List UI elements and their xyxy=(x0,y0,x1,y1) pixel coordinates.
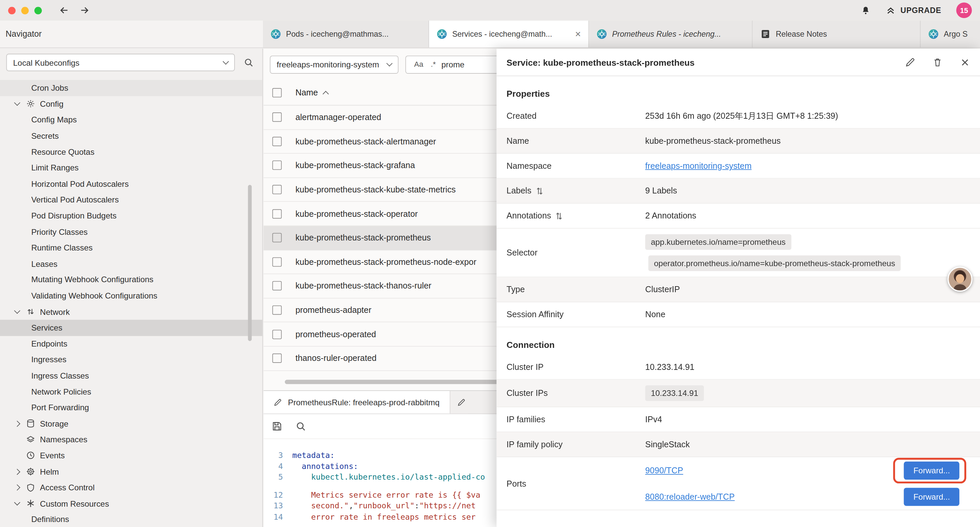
code-text: Metrics service error rate is {{ $va xyxy=(292,489,480,500)
dock-tab-label: PrometheusRule: freeleaps-prod-rabbitmq xyxy=(288,398,440,407)
sidebar-item-pod-disruption-budgets[interactable]: Pod Disruption Budgets xyxy=(0,208,262,224)
notification-count-badge[interactable]: 15 xyxy=(956,2,972,18)
sidebar-item-network-policies[interactable]: Network Policies xyxy=(0,384,262,400)
sort-toggle-icon[interactable] xyxy=(556,212,562,220)
sidebar-item-limit-ranges[interactable]: Limit Ranges xyxy=(0,160,262,176)
sidebar-item-validating-webhook-configurations[interactable]: Validating Webhook Configurations xyxy=(0,288,262,304)
notifications-bell-icon[interactable] xyxy=(861,5,870,15)
row-checkbox[interactable] xyxy=(272,209,282,218)
sidebar-item-horizontal-pod-autoscalers[interactable]: Horizontal Pod Autoscalers xyxy=(0,176,262,192)
tab-services-icecheng-math[interactable]: Services - icecheng@math...× xyxy=(429,21,589,48)
row-checkbox[interactable] xyxy=(272,161,282,170)
sidebar-item-label: Ingresses xyxy=(31,355,67,364)
sort-toggle-icon[interactable] xyxy=(536,186,543,195)
lens-app: UPGRADE 15 Navigator Pods - icecheng@mat… xyxy=(0,0,980,527)
detail-value: app.kubernetes.io/name=prometheusoperato… xyxy=(645,228,970,277)
row-checkbox[interactable] xyxy=(272,306,282,315)
sidebar-item-services[interactable]: Services xyxy=(0,320,262,336)
code-text: annotations: xyxy=(292,461,358,471)
sidebar-item-label: Resource Quotas xyxy=(31,147,94,156)
back-arrow-icon[interactable] xyxy=(59,5,69,16)
forward-arrow-icon[interactable] xyxy=(80,5,90,16)
chevron-down-icon xyxy=(15,103,26,105)
row-checkbox[interactable] xyxy=(272,353,282,363)
row-checkbox[interactable] xyxy=(272,257,282,266)
pencil-icon xyxy=(274,398,282,406)
sidebar-item-events[interactable]: Events xyxy=(0,447,262,463)
port-forward-button[interactable]: Forward... xyxy=(904,487,959,505)
sidebar-item-access-control[interactable]: Access Control xyxy=(0,480,262,496)
sidebar-item-endpoints[interactable]: Endpoints xyxy=(0,336,262,352)
sidebar-scrollbar[interactable] xyxy=(248,185,251,341)
row-checkbox[interactable] xyxy=(272,113,282,122)
sidebar-item-runtime-classes[interactable]: Runtime Classes xyxy=(0,240,262,256)
port-forward-button[interactable]: Forward... xyxy=(904,461,959,479)
tab-release-notes[interactable]: Release Notes xyxy=(752,21,921,48)
dock-tab-prometheusrule[interactable]: PrometheusRule: freeleaps-prod-rabbitmq xyxy=(264,391,450,413)
gear-icon xyxy=(26,99,40,108)
window-titlebar: UPGRADE 15 xyxy=(0,0,980,21)
sidebar-item-network[interactable]: Network xyxy=(0,304,262,320)
upgrade-button[interactable]: UPGRADE xyxy=(886,5,941,15)
sidebar-item-leases[interactable]: Leases xyxy=(0,256,262,272)
regex-toggle[interactable]: .* xyxy=(429,59,438,69)
sidebar-item-storage[interactable]: Storage xyxy=(0,416,262,431)
close-drawer-button[interactable] xyxy=(960,57,970,67)
window-zoom-button[interactable] xyxy=(34,7,42,14)
window-minimize-button[interactable] xyxy=(21,7,29,14)
chevron-right-icon xyxy=(15,469,26,474)
user-avatar[interactable] xyxy=(948,267,973,292)
storage-icon xyxy=(26,419,40,428)
delete-button[interactable] xyxy=(932,57,943,67)
service-name: kube-prometheus-stack-alertmanager xyxy=(296,137,436,146)
sidebar-item-helm[interactable]: Helm xyxy=(0,463,262,480)
sidebar-item-vertical-pod-autoscalers[interactable]: Vertical Pod Autoscalers xyxy=(0,192,262,208)
editor-search-icon[interactable] xyxy=(296,421,306,431)
dock-tab-partial[interactable] xyxy=(450,391,468,413)
tab-argo-s[interactable]: Argo S xyxy=(921,21,980,48)
sidebar-item-cron-jobs[interactable]: Cron Jobs xyxy=(0,80,262,96)
namespace-filter[interactable]: freeleaps-monitoring-system xyxy=(270,56,399,73)
row-checkbox[interactable] xyxy=(272,233,282,242)
column-header-name[interactable]: Name xyxy=(296,88,328,97)
port-link-8080-reloader-web-tcp[interactable]: 8080:reloader-web/TCP xyxy=(645,492,735,502)
section-heading-properties: Properties xyxy=(507,89,970,99)
row-checkbox[interactable] xyxy=(272,281,282,291)
line-number: 3 xyxy=(264,450,292,461)
tab-pods-icecheng-mathmas[interactable]: Pods - icecheng@mathmas... xyxy=(263,21,429,48)
edit-button[interactable] xyxy=(905,57,915,67)
sidebar-item-priority-classes[interactable]: Priority Classes xyxy=(0,224,262,240)
close-icon[interactable]: × xyxy=(575,29,581,39)
kubeconfig-selector[interactable]: Local Kubeconfigs xyxy=(6,54,235,71)
window-close-button[interactable] xyxy=(8,7,15,14)
select-all-checkbox[interactable] xyxy=(272,88,282,97)
sidebar-item-custom-resources[interactable]: Custom Resources xyxy=(0,496,262,512)
save-icon[interactable] xyxy=(272,421,283,431)
detail-row-labels: Labels9 Labels xyxy=(497,179,980,204)
sidebar-item-resource-quotas[interactable]: Resource Quotas xyxy=(0,144,262,160)
sidebar-item-ingresses[interactable]: Ingresses xyxy=(0,352,262,368)
detail-label: Selector xyxy=(507,248,646,257)
row-checkbox[interactable] xyxy=(272,185,282,194)
sidebar-item-config[interactable]: Config xyxy=(0,96,262,112)
sidebar-item-secrets[interactable]: Secrets xyxy=(0,128,262,144)
port-link-9090-tcp[interactable]: 9090/TCP xyxy=(645,466,683,475)
drawer-header: Service: kube-prometheus-stack-prometheu… xyxy=(497,49,980,76)
sidebar-item-label: Network xyxy=(40,307,70,317)
detail-link-freeleaps-monitoring-system[interactable]: freeleaps-monitoring-system xyxy=(645,161,751,170)
sidebar-item-ingress-classes[interactable]: Ingress Classes xyxy=(0,368,262,384)
row-checkbox[interactable] xyxy=(272,137,282,146)
match-case-toggle[interactable]: Aa xyxy=(412,59,425,69)
detail-value: 253d 16h 6m ago (2025年1月13日 GMT+8 1:25:3… xyxy=(645,110,970,121)
value-badge: 10.233.14.91 xyxy=(645,385,704,401)
detail-label: Cluster IPs xyxy=(507,388,646,398)
sidebar-item-port-forwarding[interactable]: Port Forwarding xyxy=(0,400,262,416)
tab-prometheus-rules-icecheng[interactable]: Prometheus Rules - icecheng... xyxy=(589,21,753,48)
row-checkbox[interactable] xyxy=(272,330,282,339)
sidebar-item-config-maps[interactable]: Config Maps xyxy=(0,112,262,128)
sidebar-item-definitions[interactable]: Definitions xyxy=(0,512,262,527)
search-icon[interactable] xyxy=(243,57,253,67)
upgrade-label: UPGRADE xyxy=(900,6,941,15)
sidebar-item-mutating-webhook-configurations[interactable]: Mutating Webhook Configurations xyxy=(0,272,262,288)
sidebar-item-namespaces[interactable]: Namespaces xyxy=(0,431,262,447)
